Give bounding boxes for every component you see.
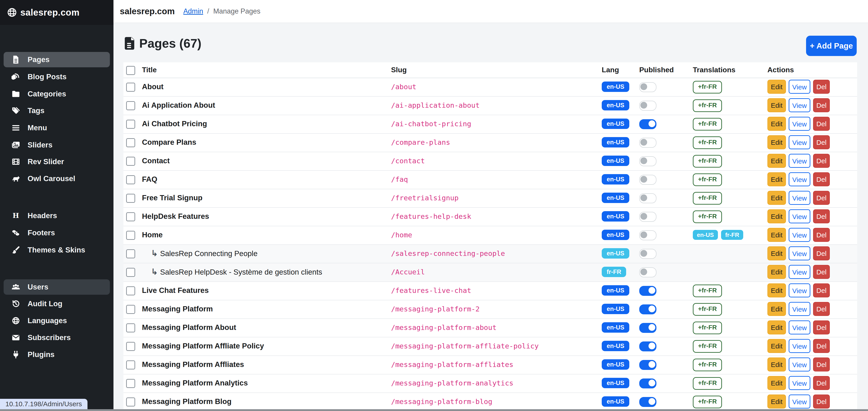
- add-page-button[interactable]: + Add Page: [806, 36, 857, 56]
- published-toggle[interactable]: [639, 82, 656, 92]
- row-checkbox[interactable]: [126, 361, 135, 370]
- delete-button[interactable]: Del: [813, 228, 830, 242]
- view-button[interactable]: View: [789, 135, 810, 149]
- row-checkbox[interactable]: [126, 249, 135, 258]
- delete-button[interactable]: Del: [813, 320, 830, 335]
- edit-button[interactable]: Edit: [767, 117, 786, 131]
- row-checkbox[interactable]: [126, 379, 135, 388]
- row-checkbox[interactable]: [126, 305, 135, 314]
- delete-button[interactable]: Del: [813, 80, 830, 94]
- add-translation-button[interactable]: +fr-FR: [693, 192, 722, 205]
- sidebar-item-footers[interactable]: Footers: [4, 225, 110, 240]
- published-toggle[interactable]: [639, 249, 656, 259]
- delete-button[interactable]: Del: [813, 357, 830, 372]
- add-translation-button[interactable]: +fr-FR: [693, 396, 722, 408]
- row-checkbox[interactable]: [126, 175, 135, 184]
- edit-button[interactable]: Edit: [767, 80, 786, 94]
- edit-button[interactable]: Edit: [767, 320, 786, 335]
- view-button[interactable]: View: [789, 80, 810, 94]
- view-button[interactable]: View: [789, 154, 810, 168]
- translation-badge[interactable]: en-US: [693, 230, 718, 240]
- published-toggle[interactable]: [639, 360, 656, 370]
- published-toggle[interactable]: [639, 230, 656, 240]
- sidebar-item-blog-posts[interactable]: Blog Posts: [4, 69, 110, 84]
- published-toggle[interactable]: [639, 397, 656, 407]
- edit-button[interactable]: Edit: [767, 228, 786, 242]
- row-checkbox[interactable]: [126, 83, 135, 92]
- row-checkbox[interactable]: [126, 157, 135, 166]
- view-button[interactable]: View: [789, 246, 810, 261]
- sidebar-logo[interactable]: salesrep.com: [0, 0, 114, 25]
- row-checkbox[interactable]: [126, 138, 135, 147]
- published-toggle[interactable]: [639, 156, 656, 166]
- view-button[interactable]: View: [789, 302, 810, 316]
- view-button[interactable]: View: [789, 357, 810, 372]
- row-checkbox[interactable]: [126, 231, 135, 240]
- add-translation-button[interactable]: +fr-FR: [693, 377, 722, 390]
- published-toggle[interactable]: [639, 341, 656, 351]
- delete-button[interactable]: Del: [813, 265, 830, 279]
- edit-button[interactable]: Edit: [767, 154, 786, 168]
- add-translation-button[interactable]: +fr-FR: [693, 99, 722, 112]
- add-translation-button[interactable]: +fr-FR: [693, 118, 722, 131]
- delete-button[interactable]: Del: [813, 117, 830, 131]
- view-button[interactable]: View: [789, 228, 810, 242]
- view-button[interactable]: View: [789, 395, 810, 409]
- add-translation-button[interactable]: +fr-FR: [693, 210, 722, 223]
- edit-button[interactable]: Edit: [767, 98, 786, 112]
- view-button[interactable]: View: [789, 339, 810, 353]
- delete-button[interactable]: Del: [813, 209, 830, 223]
- published-toggle[interactable]: [639, 267, 656, 277]
- view-button[interactable]: View: [789, 376, 810, 390]
- sidebar-item-menu[interactable]: Menu: [4, 120, 110, 136]
- view-button[interactable]: View: [789, 265, 810, 279]
- sidebar-item-headers[interactable]: HHeaders: [4, 208, 110, 223]
- delete-button[interactable]: Del: [813, 172, 830, 186]
- edit-button[interactable]: Edit: [767, 283, 786, 298]
- breadcrumb-admin-link[interactable]: Admin: [183, 7, 203, 15]
- row-checkbox[interactable]: [126, 268, 135, 277]
- delete-button[interactable]: Del: [813, 376, 830, 390]
- edit-button[interactable]: Edit: [767, 376, 786, 390]
- delete-button[interactable]: Del: [813, 339, 830, 353]
- published-toggle[interactable]: [639, 138, 656, 148]
- row-checkbox[interactable]: [126, 194, 135, 203]
- row-checkbox[interactable]: [126, 120, 135, 129]
- add-translation-button[interactable]: +fr-FR: [693, 136, 722, 149]
- row-checkbox[interactable]: [126, 101, 135, 110]
- delete-button[interactable]: Del: [813, 302, 830, 316]
- sidebar-item-sliders[interactable]: Sliders: [4, 137, 110, 153]
- edit-button[interactable]: Edit: [767, 339, 786, 353]
- sidebar-item-plugins[interactable]: Plugins: [4, 347, 110, 362]
- row-checkbox[interactable]: [126, 342, 135, 351]
- delete-button[interactable]: Del: [813, 395, 830, 409]
- sidebar-item-owl-carousel[interactable]: Owl Carousel: [4, 171, 110, 186]
- published-toggle[interactable]: [639, 378, 656, 388]
- add-translation-button[interactable]: +fr-FR: [693, 358, 722, 371]
- delete-button[interactable]: Del: [813, 283, 830, 298]
- view-button[interactable]: View: [789, 117, 810, 131]
- view-button[interactable]: View: [789, 209, 810, 223]
- edit-button[interactable]: Edit: [767, 209, 786, 223]
- edit-button[interactable]: Edit: [767, 265, 786, 279]
- sidebar-item-categories[interactable]: Categories: [4, 86, 110, 102]
- edit-button[interactable]: Edit: [767, 302, 786, 316]
- edit-button[interactable]: Edit: [767, 357, 786, 372]
- row-checkbox[interactable]: [126, 212, 135, 221]
- published-toggle[interactable]: [639, 304, 656, 314]
- published-toggle[interactable]: [639, 193, 656, 203]
- row-checkbox[interactable]: [126, 286, 135, 296]
- sidebar-item-languages[interactable]: Languages: [4, 313, 110, 328]
- add-translation-button[interactable]: +fr-FR: [693, 173, 722, 186]
- view-button[interactable]: View: [789, 172, 810, 186]
- edit-button[interactable]: Edit: [767, 246, 786, 261]
- row-checkbox[interactable]: [126, 398, 135, 407]
- select-all-checkbox[interactable]: [126, 66, 135, 75]
- published-toggle[interactable]: [639, 212, 656, 222]
- view-button[interactable]: View: [789, 98, 810, 112]
- view-button[interactable]: View: [789, 283, 810, 298]
- delete-button[interactable]: Del: [813, 135, 830, 149]
- published-toggle[interactable]: [639, 101, 656, 111]
- site-brand[interactable]: salesrep.com: [120, 6, 175, 16]
- translation-badge[interactable]: fr-FR: [721, 230, 743, 240]
